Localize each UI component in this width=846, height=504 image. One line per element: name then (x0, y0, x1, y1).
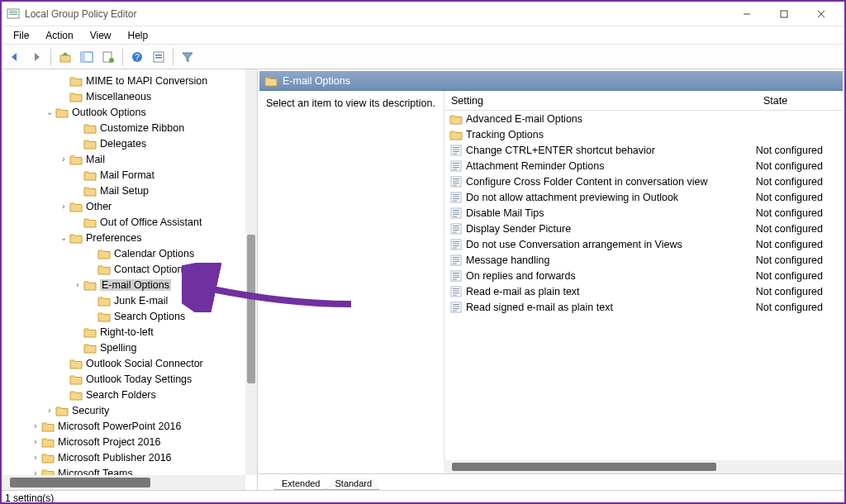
svg-rect-64 (453, 288, 459, 289)
tree-horizontal-scrollbar[interactable] (2, 475, 245, 490)
policy-icon (449, 160, 463, 172)
tree-node[interactable]: ›Security (2, 402, 245, 418)
chevron-right-icon[interactable]: › (58, 155, 69, 164)
tree-node[interactable]: Delegates (2, 136, 245, 151)
column-state[interactable]: State (750, 92, 843, 110)
chevron-down-icon[interactable]: ⌄ (58, 233, 69, 242)
svg-rect-56 (453, 261, 459, 262)
list-row[interactable]: Message handlingNot configured (444, 252, 843, 268)
list-row[interactable]: Tracking Options (444, 126, 843, 142)
list-row[interactable]: Read e-mail as plain textNot configured (444, 283, 843, 299)
list-row[interactable]: Advanced E-mail Options (444, 111, 843, 126)
setting-name: Read signed e-mail as plain text (466, 302, 613, 313)
list-row[interactable]: Display Sender PictureNot configured (444, 221, 843, 236)
list-row[interactable]: Read signed e-mail as plain textNot conf… (444, 299, 843, 315)
close-button[interactable] (802, 2, 839, 26)
tree-node[interactable]: ›Microsoft Teams (2, 465, 245, 475)
menu-action[interactable]: Action (37, 28, 81, 43)
svg-rect-1 (9, 11, 17, 12)
menu-view[interactable]: View (82, 28, 120, 43)
folder-icon (97, 311, 111, 322)
tree-node[interactable]: Out of Office Assistant (2, 214, 245, 230)
policy-icon (449, 302, 463, 313)
chevron-right-icon[interactable]: › (30, 421, 41, 430)
setting-name: Disable Mail Tips (466, 207, 544, 219)
folder-icon (83, 216, 97, 228)
svg-rect-16 (155, 55, 162, 56)
show-hide-tree-button[interactable] (77, 47, 97, 67)
svg-rect-31 (453, 183, 459, 183)
list-row[interactable]: Attachment Reminder OptionsNot configure… (444, 158, 843, 174)
forward-button[interactable] (26, 47, 46, 67)
tree-node[interactable]: ›Mail (2, 151, 245, 167)
tree-node[interactable]: ›Other (2, 198, 245, 214)
list-row[interactable]: Do not allow attachment previewing in Ou… (444, 189, 843, 205)
tree-node[interactable]: Miscellaneous (2, 88, 245, 104)
chevron-right-icon[interactable]: › (44, 406, 55, 415)
tree-node[interactable]: ⌄Preferences (2, 230, 245, 245)
toolbar: ? (2, 45, 844, 69)
tree-node[interactable]: ›E-mail Options (2, 277, 245, 292)
column-setting[interactable]: Setting (444, 92, 750, 110)
svg-rect-21 (453, 151, 459, 152)
folder-icon (69, 91, 83, 102)
minimize-button[interactable] (728, 2, 765, 26)
tree-node[interactable]: Outlook Today Settings (2, 371, 245, 387)
tree-node[interactable]: ⌄Outlook Options (2, 104, 245, 120)
tree-node[interactable]: ›Microsoft Project 2016 (2, 434, 245, 449)
chevron-right-icon[interactable]: › (72, 280, 83, 289)
tree-node[interactable]: Mail Format (2, 167, 245, 183)
folder-icon (69, 154, 83, 165)
help-button[interactable]: ? (127, 47, 147, 67)
folder-icon (97, 248, 111, 259)
svg-rect-70 (453, 306, 459, 307)
up-button[interactable] (55, 47, 75, 67)
list-row[interactable]: On replies and forwardsNot configured (444, 268, 843, 283)
tree-node[interactable]: Junk E-mail (2, 292, 245, 308)
tree-node[interactable]: Customize Ribbon (2, 120, 245, 136)
svg-rect-41 (453, 214, 459, 215)
svg-rect-10 (81, 52, 85, 62)
filter-button[interactable] (178, 47, 197, 67)
tree-node[interactable]: Contact Options (2, 261, 245, 277)
chevron-right-icon[interactable]: › (30, 437, 41, 446)
tab-extended[interactable]: Extended (274, 478, 327, 490)
export-button[interactable] (98, 47, 118, 67)
tree-node[interactable]: Calendar Options (2, 245, 245, 261)
tree-node[interactable]: MIME to MAPI Conversion (2, 73, 245, 88)
status-text: 1 setting(s) (5, 492, 54, 504)
list-row[interactable]: Do not use Conversation arrangement in V… (444, 236, 843, 252)
svg-rect-59 (453, 273, 459, 273)
menu-help[interactable]: Help (120, 28, 157, 43)
tree-node[interactable]: Outlook Social Connector (2, 355, 245, 371)
tree-node[interactable]: Search Folders (2, 387, 245, 402)
properties-button[interactable] (149, 47, 169, 67)
tree-node-label: Preferences (86, 232, 141, 244)
tree-node[interactable]: ›Microsoft Publisher 2016 (2, 449, 245, 465)
chevron-right-icon[interactable]: › (58, 202, 69, 211)
list-row[interactable]: Change CTRL+ENTER shortcut behaviorNot c… (444, 142, 843, 158)
menu-file[interactable]: File (5, 28, 37, 43)
folder-icon (83, 138, 97, 150)
maximize-button[interactable] (765, 2, 802, 26)
list-header[interactable]: Setting State (444, 91, 843, 111)
svg-rect-40 (453, 212, 459, 212)
policy-icon (449, 286, 463, 297)
chevron-down-icon[interactable]: ⌄ (44, 107, 55, 116)
back-button[interactable] (5, 47, 25, 67)
tree-node[interactable]: Search Options (2, 308, 245, 324)
list-horizontal-scrollbar[interactable] (444, 460, 843, 473)
tree-node[interactable]: Spelling (2, 340, 245, 355)
tree-vertical-scrollbar[interactable] (245, 69, 257, 475)
tab-standard[interactable]: Standard (327, 478, 379, 490)
svg-rect-24 (453, 163, 459, 164)
chevron-right-icon[interactable]: › (30, 453, 41, 462)
list-row[interactable]: Configure Cross Folder Content in conver… (444, 174, 843, 189)
list-row[interactable]: Disable Mail TipsNot configured (444, 205, 843, 221)
folder-icon (83, 279, 97, 291)
tree-node[interactable]: Mail Setup (2, 183, 245, 198)
tree-node[interactable]: Right-to-left (2, 324, 245, 340)
chevron-right-icon[interactable]: › (30, 468, 41, 475)
tree-node[interactable]: ›Microsoft PowerPoint 2016 (2, 418, 245, 434)
svg-rect-55 (453, 259, 459, 259)
